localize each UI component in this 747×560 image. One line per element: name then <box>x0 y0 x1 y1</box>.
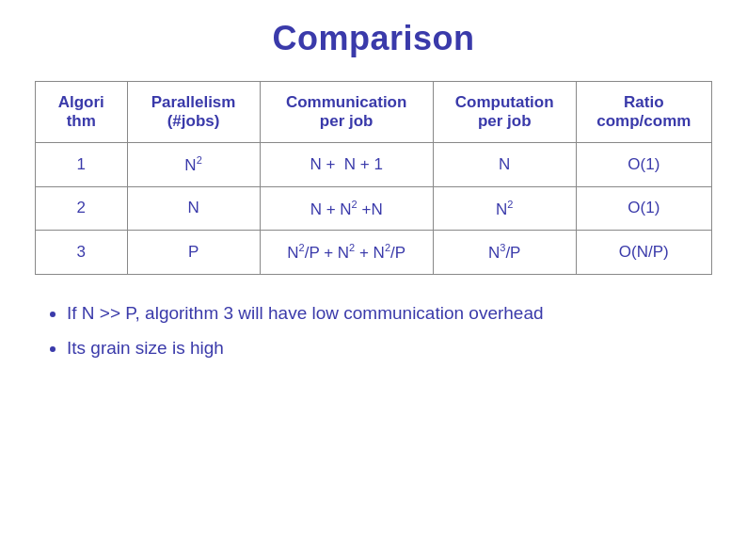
cell-comp-3: N3/P <box>433 231 576 275</box>
cell-ratio-1: O(1) <box>576 143 711 187</box>
header-ratio: Ratiocomp/comm <box>576 82 711 143</box>
cell-alg-2: 2 <box>36 186 128 231</box>
cell-ratio-2: O(1) <box>576 186 711 231</box>
table-row: 2 N N + N2 +N N2 O(1) <box>36 186 712 231</box>
header-computation: Computationper job <box>433 82 576 143</box>
header-algorithm: Algorithm <box>36 82 128 143</box>
cell-comm-3: N2/P + N2 + N2/P <box>260 231 433 275</box>
list-item: Its grain size is high <box>67 336 712 361</box>
cell-alg-3: 3 <box>36 231 128 275</box>
cell-comp-1: N <box>433 143 576 187</box>
page: Comparison Algorithm Parallelism(#jobs) … <box>0 0 747 560</box>
table-header-row: Algorithm Parallelism(#jobs) Communicati… <box>36 82 712 143</box>
cell-ratio-3: O(N/P) <box>576 231 711 275</box>
cell-comm-1: N + N + 1 <box>260 143 433 187</box>
bullet-list: If N >> P, algorithm 3 will have low com… <box>35 301 712 370</box>
list-item: If N >> P, algorithm 3 will have low com… <box>67 301 712 327</box>
cell-alg-1: 1 <box>36 143 128 187</box>
page-title: Comparison <box>272 19 474 58</box>
header-communication: Communicationper job <box>260 82 433 143</box>
cell-comm-2: N + N2 +N <box>260 186 433 231</box>
cell-parallel-1: N2 <box>127 143 260 187</box>
header-parallelism: Parallelism(#jobs) <box>127 82 260 143</box>
cell-parallel-2: N <box>127 186 260 231</box>
table-row: 3 P N2/P + N2 + N2/P N3/P O(N/P) <box>36 231 712 275</box>
table-row: 1 N2 N + N + 1 N O(1) <box>36 143 712 187</box>
comparison-table: Algorithm Parallelism(#jobs) Communicati… <box>35 81 712 275</box>
cell-parallel-3: P <box>127 231 260 275</box>
cell-comp-2: N2 <box>433 186 576 231</box>
